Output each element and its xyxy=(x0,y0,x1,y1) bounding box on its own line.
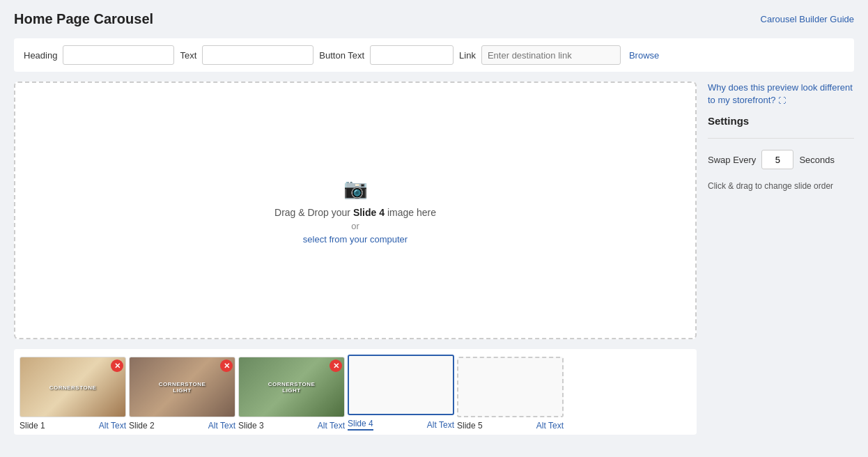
slide-item-1: CORNERSTONE ✕ Slide 1 Alt Text xyxy=(20,357,126,435)
slide-2-remove-button[interactable]: ✕ xyxy=(220,359,233,372)
slide-4-footer: Slide 4 Alt Text xyxy=(348,415,454,435)
seconds-label: Seconds xyxy=(799,155,835,165)
preview-question: Why does this preview look different to … xyxy=(708,82,854,107)
slide-3-footer: Slide 3 Alt Text xyxy=(238,417,345,435)
slide-4-thumbnail[interactable] xyxy=(348,355,454,415)
slide-1-thumbnail[interactable]: CORNERSTONE ✕ xyxy=(20,357,126,417)
drop-text: Drag & Drop your Slide 4 image here xyxy=(274,207,436,218)
left-panel: 📷 Drag & Drop your Slide 4 image here or… xyxy=(14,82,697,435)
link-label: Link xyxy=(459,50,476,61)
carousel-guide-link[interactable]: Carousel Builder Guide xyxy=(761,14,854,24)
drop-or-text: or xyxy=(351,221,359,231)
page-title: Home Page Carousel xyxy=(14,11,153,27)
slide-2-thumbnail[interactable]: CORNERSTONELIGHT ✕ xyxy=(129,357,235,417)
link-input[interactable] xyxy=(481,45,621,65)
slide-5-label: Slide 5 xyxy=(457,421,483,431)
select-from-computer-link[interactable]: select from your computer xyxy=(303,234,408,245)
external-link-icon: ⛶ xyxy=(778,96,786,104)
slide-item-5: Slide 5 Alt Text xyxy=(457,357,564,435)
heading-label: Heading xyxy=(24,50,57,61)
settings-divider xyxy=(708,138,854,139)
slide-3-label: Slide 3 xyxy=(238,421,264,431)
slide-5-footer: Slide 5 Alt Text xyxy=(457,417,564,435)
heading-input[interactable] xyxy=(63,45,174,65)
swap-label: Swap Every xyxy=(708,155,756,165)
page-wrapper: Home Page Carousel Carousel Builder Guid… xyxy=(0,0,868,457)
slide-3-remove-button[interactable]: ✕ xyxy=(330,359,342,372)
slide-3-alt-text-link[interactable]: Alt Text xyxy=(318,421,345,431)
slide-2-label: Slide 2 xyxy=(129,421,155,431)
text-label: Text xyxy=(180,50,196,61)
fields-row: Heading Text Button Text Link Browse xyxy=(14,38,854,72)
text-input[interactable] xyxy=(202,45,313,65)
slide-item-3: CORNERSTONELIGHT ✕ Slide 3 Alt Text xyxy=(238,357,345,435)
slide-5-alt-text-link[interactable]: Alt Text xyxy=(536,421,564,431)
slide-1-overlay: CORNERSTONE xyxy=(49,384,97,390)
slide-2-overlay: CORNERSTONELIGHT xyxy=(159,381,206,394)
drop-zone[interactable]: 📷 Drag & Drop your Slide 4 image here or… xyxy=(14,82,697,339)
slide-3-thumbnail[interactable]: CORNERSTONELIGHT ✕ xyxy=(238,357,345,417)
slide-1-label: Slide 1 xyxy=(20,421,45,431)
slide-item-4: Slide 4 Alt Text xyxy=(348,355,454,435)
drag-hint: Click & drag to change slide order xyxy=(708,180,854,192)
swap-every-input[interactable] xyxy=(761,150,793,169)
slides-row: CORNERSTONE ✕ Slide 1 Alt Text CORNERSTO… xyxy=(14,349,697,435)
button-text-input[interactable] xyxy=(370,45,454,65)
swap-row: Swap Every Seconds xyxy=(708,150,854,169)
slide-2-alt-text-link[interactable]: Alt Text xyxy=(208,421,235,431)
slide-item-2: CORNERSTONELIGHT ✕ Slide 2 Alt Text xyxy=(129,357,235,435)
slide-4-label: Slide 4 xyxy=(348,419,373,431)
slide-3-overlay: CORNERSTONELIGHT xyxy=(268,381,316,394)
right-panel: Why does this preview look different to … xyxy=(708,82,854,435)
main-content: 📷 Drag & Drop your Slide 4 image here or… xyxy=(14,82,854,435)
top-bar: Home Page Carousel Carousel Builder Guid… xyxy=(14,11,854,27)
slide-2-footer: Slide 2 Alt Text xyxy=(129,417,235,435)
slide-1-remove-button[interactable]: ✕ xyxy=(111,359,123,372)
browse-button[interactable]: Browse xyxy=(626,50,662,61)
slide-4-alt-text-link[interactable]: Alt Text xyxy=(427,420,454,430)
slide-1-alt-text-link[interactable]: Alt Text xyxy=(99,421,126,431)
settings-title: Settings xyxy=(708,115,854,127)
slide-1-footer: Slide 1 Alt Text xyxy=(20,417,126,435)
camera-icon: 📷 xyxy=(343,177,368,200)
slide-5-thumbnail[interactable] xyxy=(457,357,564,417)
button-text-label: Button Text xyxy=(319,50,364,61)
